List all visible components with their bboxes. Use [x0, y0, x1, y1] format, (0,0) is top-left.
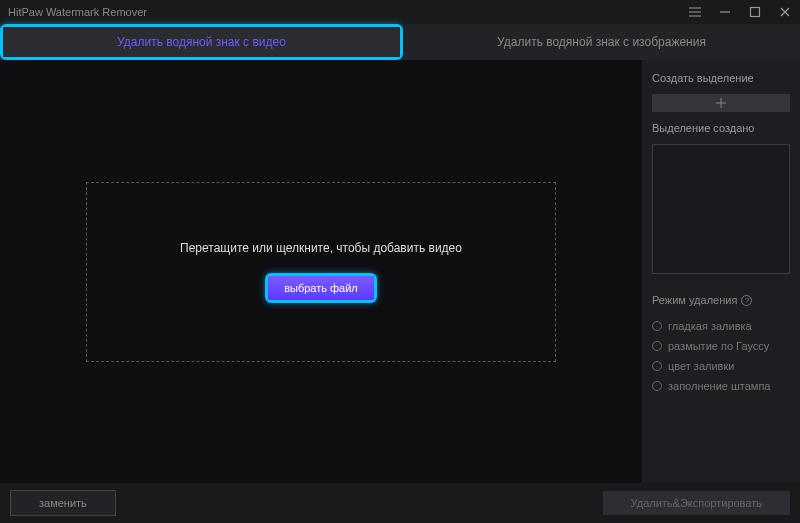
close-icon[interactable]	[778, 5, 792, 19]
maximize-icon[interactable]	[748, 5, 762, 19]
mode-color[interactable]: цвет заливки	[652, 360, 790, 372]
plus-icon	[716, 98, 726, 108]
replace-button[interactable]: заменить	[10, 490, 116, 516]
removal-mode-label: Режим удаления	[652, 294, 737, 306]
radio-icon	[652, 341, 662, 351]
dropzone[interactable]: Перетащите или щелкните, чтобы добавить …	[86, 182, 556, 362]
window-controls	[688, 5, 792, 19]
sidebar: Создать выделение Выделение создано Режи…	[642, 60, 800, 483]
removal-mode-options: гладкая заливка размытие по Гауссу цвет …	[652, 320, 790, 392]
choose-file-button[interactable]: выбрать файл	[268, 276, 374, 300]
radio-icon	[652, 321, 662, 331]
selection-list	[652, 144, 790, 274]
minimize-icon[interactable]	[718, 5, 732, 19]
highlight-tab-video: Удалить водяной знак с видео	[0, 24, 403, 60]
mode-color-label: цвет заливки	[668, 360, 734, 372]
export-button[interactable]: Удалить&Экспортировать	[603, 491, 790, 515]
tab-bar: Удалить водяной знак с видео Удалить вод…	[0, 24, 800, 60]
main-body: Перетащите или щелкните, чтобы добавить …	[0, 60, 800, 483]
mode-stamp[interactable]: заполнение штампа	[652, 380, 790, 392]
mode-gauss[interactable]: размытие по Гауссу	[652, 340, 790, 352]
removal-mode-header: Режим удаления ?	[652, 294, 790, 306]
menu-icon[interactable]	[688, 5, 702, 19]
radio-icon	[652, 361, 662, 371]
app-title: HitPaw Watermark Remover	[8, 6, 688, 18]
titlebar: HitPaw Watermark Remover	[0, 0, 800, 24]
mode-gauss-label: размытие по Гауссу	[668, 340, 769, 352]
svg-rect-0	[751, 8, 760, 17]
help-icon[interactable]: ?	[741, 295, 752, 306]
create-selection-label: Создать выделение	[652, 72, 790, 84]
mode-stamp-label: заполнение штампа	[668, 380, 771, 392]
dropzone-text: Перетащите или щелкните, чтобы добавить …	[180, 241, 462, 255]
radio-icon	[652, 381, 662, 391]
selection-created-label: Выделение создано	[652, 122, 790, 134]
footer: заменить Удалить&Экспортировать	[0, 483, 800, 523]
canvas-area: Перетащите или щелкните, чтобы добавить …	[0, 60, 642, 483]
tab-image[interactable]: Удалить водяной знак с изображения	[403, 24, 800, 60]
highlight-choose-file: выбрать файл	[265, 273, 377, 303]
add-selection-button[interactable]	[652, 94, 790, 112]
mode-smooth-label: гладкая заливка	[668, 320, 752, 332]
mode-smooth[interactable]: гладкая заливка	[652, 320, 790, 332]
tab-video[interactable]: Удалить водяной знак с видео	[3, 27, 400, 57]
